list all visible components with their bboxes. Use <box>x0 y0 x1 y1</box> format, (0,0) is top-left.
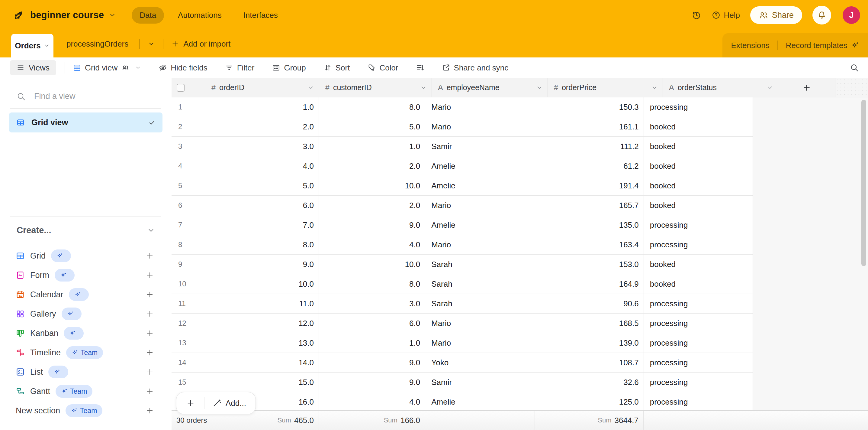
notifications-button[interactable] <box>812 6 831 25</box>
select-all-checkbox[interactable] <box>177 84 185 92</box>
create-view-item-gantt[interactable]: Gantt Team <box>0 382 172 401</box>
cell-orderPrice[interactable]: 135.0 <box>535 221 644 230</box>
create-view-item-grid[interactable]: Grid <box>0 246 172 265</box>
cell-orderID[interactable]: 3.0 <box>211 142 319 151</box>
column-header-employeeName[interactable]: A employeeName <box>432 78 548 97</box>
cell-employeeName[interactable]: Samir <box>425 378 534 387</box>
share-button[interactable]: Share <box>750 6 802 24</box>
customerID-sum[interactable]: 166.0 <box>401 416 420 425</box>
cell-customerID[interactable]: 4.0 <box>319 240 425 250</box>
cell-orderStatus[interactable]: processing <box>644 338 753 348</box>
cell-orderPrice[interactable]: 90.6 <box>535 299 644 309</box>
cell-orderStatus[interactable]: booked <box>644 122 753 132</box>
column-chevron-icon[interactable] <box>651 84 658 91</box>
cell-orderStatus[interactable]: processing <box>644 221 753 230</box>
cell-customerID[interactable]: 8.0 <box>319 103 425 112</box>
cell-orderStatus[interactable]: booked <box>644 279 753 289</box>
extensions-button[interactable]: Extensions <box>731 41 770 50</box>
cell-orderID[interactable]: 1.0 <box>211 103 319 112</box>
cell-orderPrice[interactable]: 111.2 <box>535 142 644 151</box>
cell-orderID[interactable]: 14.0 <box>211 358 319 367</box>
add-view-button[interactable] <box>146 290 154 299</box>
filter-button[interactable]: Filter <box>225 63 255 73</box>
cell-customerID[interactable]: 1.0 <box>319 142 425 151</box>
search-icon[interactable] <box>850 63 859 72</box>
cell-orderPrice[interactable]: 161.1 <box>535 122 644 132</box>
create-view-item-timeline[interactable]: Timeline Team <box>0 343 172 362</box>
cell-orderID[interactable]: 2.0 <box>211 122 319 132</box>
share-and-sync-button[interactable]: Share and sync <box>442 63 508 73</box>
column-header-orderPrice[interactable]: # orderPrice <box>548 78 663 97</box>
cell-customerID[interactable]: 9.0 <box>319 378 425 387</box>
color-button[interactable]: Color <box>367 63 398 73</box>
cell-orderPrice[interactable]: 108.7 <box>535 358 644 367</box>
cell-employeeName[interactable]: Mario <box>425 103 534 112</box>
column-header-customerID[interactable]: # customerID <box>319 78 432 97</box>
sort-button[interactable]: Sort <box>323 63 350 73</box>
add-view-button[interactable] <box>146 329 154 338</box>
column-chevron-icon[interactable] <box>536 84 543 91</box>
cell-employeeName[interactable]: Mario <box>425 240 534 250</box>
cell-orderStatus[interactable]: processing <box>644 103 753 112</box>
cell-customerID[interactable]: 10.0 <box>319 260 425 269</box>
nav-tab-interfaces[interactable]: Interfaces <box>236 7 286 24</box>
tab-orders[interactable]: Orders <box>11 34 54 57</box>
cell-customerID[interactable]: 6.0 <box>319 319 425 328</box>
cell-orderPrice[interactable]: 125.0 <box>535 397 644 407</box>
cell-customerID[interactable]: 4.0 <box>319 397 425 407</box>
cell-employeeName[interactable]: Amelie <box>425 221 534 230</box>
cell-orderStatus[interactable]: booked <box>644 142 753 151</box>
column-chevron-icon[interactable] <box>420 84 427 91</box>
cell-customerID[interactable]: 9.0 <box>319 221 425 230</box>
create-view-item-calendar[interactable]: 31 Calendar <box>0 285 172 304</box>
tables-dropdown-chevron-icon[interactable] <box>148 40 155 48</box>
column-header-orderID[interactable]: # orderID <box>172 78 319 97</box>
create-view-item-list[interactable]: List <box>0 362 172 382</box>
cell-orderPrice[interactable]: 153.0 <box>535 260 644 269</box>
cell-orderID[interactable]: 5.0 <box>211 181 319 191</box>
row-height-button[interactable] <box>416 63 424 72</box>
cell-customerID[interactable]: 2.0 <box>319 162 425 171</box>
cell-orderID[interactable]: 11.0 <box>211 299 319 309</box>
create-view-item-kanban[interactable]: Kanban <box>0 323 172 343</box>
views-button[interactable]: Views <box>10 60 56 75</box>
cell-customerID[interactable]: 5.0 <box>319 122 425 132</box>
cell-orderID[interactable]: 15.0 <box>211 378 319 387</box>
cell-employeeName[interactable]: Mario <box>425 319 534 328</box>
find-view-input[interactable] <box>33 91 150 101</box>
group-button[interactable]: Group <box>272 63 306 73</box>
cell-employeeName[interactable]: Amelie <box>425 181 534 191</box>
cell-employeeName[interactable]: Mario <box>425 338 534 348</box>
add-record-label[interactable]: Add... <box>226 399 246 408</box>
cell-customerID[interactable]: 1.0 <box>319 338 425 348</box>
record-templates-button[interactable]: Record templates <box>786 41 860 50</box>
cell-orderPrice[interactable]: 191.4 <box>535 181 644 191</box>
add-view-button[interactable] <box>146 271 154 279</box>
cell-orderPrice[interactable]: 164.9 <box>535 279 644 289</box>
history-icon[interactable] <box>692 10 701 20</box>
summary-employeeName[interactable] <box>425 411 535 430</box>
sidebar-item-grid-view[interactable]: Grid view <box>9 113 162 133</box>
nav-tab-automations[interactable]: Automations <box>170 7 229 24</box>
cell-orderPrice[interactable]: 168.5 <box>535 319 644 328</box>
cell-orderPrice[interactable]: 139.0 <box>535 338 644 348</box>
tab-processing-orders[interactable]: processingOrders <box>63 39 131 49</box>
add-view-button[interactable] <box>146 310 154 318</box>
cell-orderID[interactable]: 7.0 <box>211 221 319 230</box>
add-view-button[interactable] <box>146 368 154 376</box>
cell-orderStatus[interactable]: processing <box>644 319 753 328</box>
add-record-button[interactable] <box>186 399 195 408</box>
create-section-header[interactable]: Create... <box>17 225 155 235</box>
cell-customerID[interactable]: 10.0 <box>319 181 425 191</box>
add-or-import-button[interactable]: Add or import <box>171 39 230 49</box>
cell-employeeName[interactable]: Amelie <box>425 397 534 407</box>
create-view-item-form[interactable]: Form <box>0 265 172 285</box>
vertical-scrollbar[interactable] <box>861 100 866 266</box>
cell-orderStatus[interactable]: processing <box>644 378 753 387</box>
cell-orderStatus[interactable]: booked <box>644 201 753 210</box>
cell-customerID[interactable]: 9.0 <box>319 358 425 367</box>
cell-orderID[interactable]: 8.0 <box>211 240 319 250</box>
cell-employeeName[interactable]: Sarah <box>425 260 534 269</box>
avatar[interactable]: J <box>843 6 860 24</box>
cell-orderID[interactable]: 13.0 <box>211 338 319 348</box>
